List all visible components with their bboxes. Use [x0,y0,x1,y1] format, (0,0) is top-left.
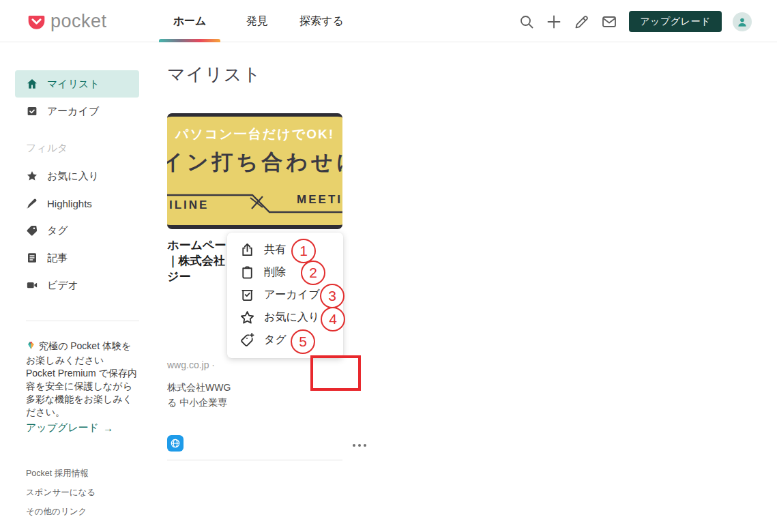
card-domain: wwg.co.jp · [167,359,215,370]
add-icon[interactable] [546,14,562,30]
tag-icon [26,224,38,237]
menu-item-share[interactable]: 共有 [227,239,343,261]
sidebar-item-articles[interactable]: 記事 [15,244,139,271]
avatar[interactable] [733,12,752,31]
person-icon [735,15,749,29]
upgrade-button[interactable]: アップグレード [629,11,722,32]
premium-promo: 究極の Pocket 体験をお楽しみください Pocket Premium で保… [26,340,138,419]
star-outline-icon [239,310,255,325]
saved-item-card: パソコン一台だけでOK! イン打ち合わせに ILINE MEETI ホームペー … [167,113,342,229]
archive-icon [26,105,38,117]
menu-item-favorite[interactable]: お気に入り [227,306,343,329]
sidebar-item-videos[interactable]: ビデオ [15,271,139,299]
archive-outline-icon [239,287,255,303]
sidebar-item-tags[interactable]: タグ [15,217,139,244]
menu-item-tag[interactable]: タグ [227,329,343,351]
globe-icon [170,438,181,449]
search-icon[interactable] [518,14,535,30]
main-content: マイリスト パソコン一台だけでOK! イン打ち合わせに ILINE MEETI … [140,42,777,532]
menu-item-archive[interactable]: アーカイブ [227,284,343,306]
tab-explore[interactable]: 探索する [293,0,351,42]
menu-item-delete[interactable]: 削除 [227,261,343,284]
more-button[interactable] [350,441,369,449]
top-navbar: pocket ホーム 発見 探索する アップグレード [0,0,777,42]
diamond-gem-icon [26,340,36,354]
thumbnail-word-online: ILINE [169,198,209,212]
thumbnail-word-meeting: MEETI [297,193,342,207]
video-icon [26,279,38,291]
tab-discover[interactable]: 発見 [239,0,275,42]
tab-home[interactable]: ホーム [159,0,220,42]
footer-link-jobs[interactable]: Pocket 採用情報 [26,468,89,479]
card-excerpt: 株式会社WWG る 中小企業専 [167,380,342,410]
star-icon [26,170,38,182]
trash-icon [239,265,255,280]
item-context-menu: 共有 削除 アーカイブ お気に入り タグ [227,233,343,358]
share-icon [239,242,255,258]
sidebar: マイリスト アーカイブ フィルタ お気に入り Highlights タグ 記事 [0,42,140,532]
article-icon [26,252,38,264]
card-divider [167,460,342,460]
active-tab-underline [159,39,220,42]
card-thumbnail[interactable]: パソコン一台だけでOK! イン打ち合わせに ILINE MEETI [167,113,342,229]
sidebar-item-highlights[interactable]: Highlights [15,190,139,217]
pocket-logo-icon [27,12,46,31]
sidebar-item-my-list[interactable]: マイリスト [15,70,139,98]
page-title: マイリスト [167,63,261,87]
highlighter-icon [26,197,38,209]
tag-add-icon [239,332,255,348]
mail-icon[interactable] [601,14,617,30]
sidebar-item-favorites[interactable]: お気に入り [15,162,139,190]
pocket-logo[interactable]: pocket [27,11,107,32]
thumbnail-text-2: イン打ち合わせに [167,148,342,177]
upgrade-link[interactable]: アップグレード → [26,422,113,434]
thumbnail-text-1: パソコン一台だけでOK! [167,125,342,143]
arrow-right-icon: → [103,422,113,434]
footer-link-sponsor[interactable]: スポンサーになる [26,487,96,499]
pocket-wordmark: pocket [50,11,107,32]
sidebar-divider [26,321,139,321]
edit-icon[interactable] [574,14,590,30]
sidebar-item-archive[interactable]: アーカイブ [15,98,139,125]
footer-link-other[interactable]: その他のリンク [26,506,87,518]
thumbnail-ribbon: ILINE MEETI [167,191,342,220]
promo-line1: 究極の Pocket 体験をお楽しみください [26,340,131,366]
filters-heading: フィルタ [26,142,68,155]
home-icon [26,78,38,90]
main-tabs: ホーム 発見 探索する [159,0,351,42]
promo-line2: Pocket Premium で保存内容を安全に保護しながら多彩な機能をお楽しみ… [26,367,138,419]
site-favicon [167,435,184,452]
